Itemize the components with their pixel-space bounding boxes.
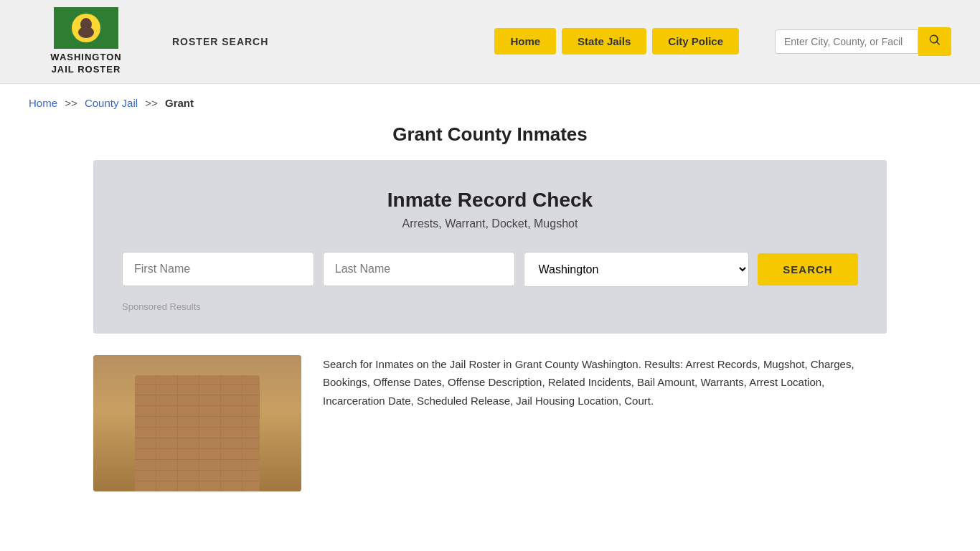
last-name-input[interactable] bbox=[323, 252, 515, 286]
state-select[interactable]: AlabamaAlaskaArizonaArkansasCaliforniaCo… bbox=[524, 252, 750, 287]
jail-image-inner bbox=[93, 355, 301, 491]
bottom-section: Search for Inmates on the Jail Roster in… bbox=[0, 355, 980, 513]
breadcrumb-home[interactable]: Home bbox=[29, 97, 57, 109]
main-nav: Home State Jails City Police bbox=[494, 28, 739, 55]
breadcrumb-current: Grant bbox=[165, 97, 194, 109]
city-police-button[interactable]: City Police bbox=[652, 28, 739, 55]
record-check-subtitle: Arrests, Warrant, Docket, Mugshot bbox=[122, 217, 858, 230]
roster-search-label: ROSTER SEARCH bbox=[172, 36, 268, 47]
search-form-row: AlabamaAlaskaArizonaArkansasCaliforniaCo… bbox=[122, 252, 858, 287]
page-title: Grant County Inmates bbox=[0, 123, 980, 146]
sponsored-label: Sponsored Results bbox=[122, 301, 858, 312]
home-button[interactable]: Home bbox=[494, 28, 556, 55]
logo-text: WASHINGTONJAIL ROSTER bbox=[50, 52, 121, 76]
logo-area: WASHINGTONJAIL ROSTER bbox=[29, 7, 143, 76]
search-input[interactable] bbox=[775, 29, 918, 54]
search-icon bbox=[928, 34, 941, 47]
jail-image bbox=[93, 355, 301, 491]
washington-flag-icon bbox=[54, 7, 118, 49]
svg-point-3 bbox=[78, 27, 94, 38]
breadcrumb-sep1: >> bbox=[65, 97, 77, 109]
record-check-section: Inmate Record Check Arrests, Warrant, Do… bbox=[93, 160, 887, 334]
breadcrumb-sep2: >> bbox=[145, 97, 158, 109]
inmate-search-button[interactable]: SEARCH bbox=[758, 253, 858, 286]
breadcrumb: Home >> County Jail >> Grant bbox=[0, 84, 980, 116]
state-jails-button[interactable]: State Jails bbox=[562, 28, 646, 55]
site-header: WASHINGTONJAIL ROSTER ROSTER SEARCH Home… bbox=[0, 0, 980, 84]
record-check-title: Inmate Record Check bbox=[122, 189, 858, 212]
header-search bbox=[775, 27, 951, 56]
description-text: Search for Inmates on the Jail Roster in… bbox=[323, 355, 887, 410]
search-button[interactable] bbox=[918, 27, 951, 56]
breadcrumb-county-jail[interactable]: County Jail bbox=[85, 97, 138, 109]
first-name-input[interactable] bbox=[122, 252, 314, 286]
